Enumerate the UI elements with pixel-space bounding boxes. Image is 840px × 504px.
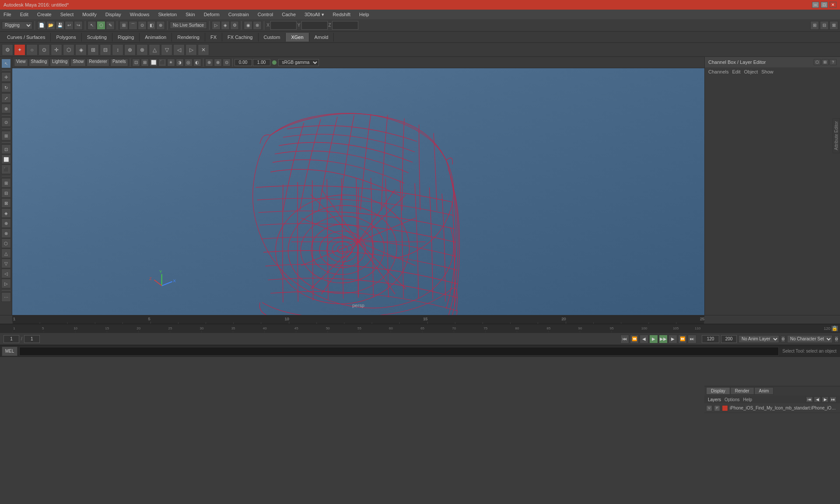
tab-fx[interactable]: FX (205, 33, 222, 42)
shelf-btn-11[interactable]: △ (149, 44, 160, 56)
panel-btn-1[interactable]: ⊞ (1, 178, 11, 188)
layers-sub-tab[interactable]: Layers (708, 397, 721, 402)
render-btn[interactable]: ▷ (212, 21, 220, 30)
anim-layer-settings-btn[interactable]: ⚙ (781, 336, 785, 343)
isolate-btn[interactable]: ⊗ (253, 21, 262, 30)
menu-skeleton[interactable]: Skeleton (156, 11, 178, 18)
vt-shadow-btn[interactable]: ◑ (176, 59, 184, 66)
select-tool-btn[interactable]: ↖ (1, 59, 11, 68)
last-tool-btn[interactable]: ⊕ (1, 104, 11, 113)
gamma-input[interactable] (253, 59, 270, 66)
misc-btn[interactable]: ⋯ (1, 292, 11, 302)
timeline-lock-btn[interactable]: 🔒 (831, 326, 838, 332)
layer-nav-start[interactable]: ⏮ (806, 396, 813, 402)
vt-lighting-menu[interactable]: Lighting (50, 59, 70, 66)
vt-panels-menu[interactable]: Panels (110, 59, 128, 66)
move-tool-btn[interactable]: ✛ (1, 72, 11, 82)
paint-button[interactable]: ✎ (106, 21, 115, 30)
select-button[interactable]: ↖ (88, 21, 96, 30)
snap-surface-button[interactable]: ◧ (147, 21, 156, 30)
menu-display[interactable]: Display (104, 11, 123, 18)
menu-modify[interactable]: Modify (80, 11, 98, 18)
display-mode-btn[interactable]: ⊡ (1, 144, 11, 154)
workspace-dropdown[interactable]: Rigging (2, 21, 32, 29)
panel-layout-btn2[interactable]: ⊟ (820, 21, 829, 30)
menu-redshift[interactable]: Redshift (331, 11, 352, 18)
shelf-btn-4[interactable]: ⬡ (63, 44, 74, 56)
cb-tab-show[interactable]: Show (761, 69, 774, 74)
panel-btn-3[interactable]: ⊠ (1, 198, 11, 208)
tab-curves-surfaces[interactable]: Curves / Surfaces (2, 33, 51, 42)
vt-hypergraph-btn[interactable]: ⊗ (214, 59, 222, 66)
save-scene-button[interactable]: 💾 (56, 21, 64, 30)
menu-3dtool[interactable]: 3DtoAll ▾ (303, 11, 326, 18)
timeline-track[interactable]: 1 5 10 15 20 25 30 35 40 45 50 55 60 65 … (12, 324, 704, 332)
transport-step-fwd-btn[interactable]: ▶ (668, 335, 677, 343)
vt-xray-btn[interactable]: ◎ (185, 59, 192, 66)
rotate-tool-btn[interactable]: ↻ (1, 83, 11, 92)
panel-btn-4[interactable]: ◈ (1, 208, 11, 218)
tab-polygons[interactable]: Polygons (51, 33, 81, 42)
magnet-button[interactable]: ⊕ (156, 21, 165, 30)
shelf-btn-5[interactable]: ◈ (75, 44, 87, 56)
panel-btn-9[interactable]: ▽ (1, 259, 11, 268)
tab-sculpting[interactable]: Sculpting (82, 33, 112, 42)
shelf-btn-14[interactable]: ▷ (186, 44, 197, 56)
vt-grid-btn[interactable]: ⊞ (141, 59, 149, 66)
transport-play-btn[interactable]: ▶ (649, 335, 658, 343)
panel-btn-8[interactable]: △ (1, 248, 11, 258)
layer-nav-prev[interactable]: ◀ (814, 396, 821, 402)
menu-create[interactable]: Create (35, 11, 53, 18)
vt-hud-btn[interactable]: ⊙ (223, 59, 231, 66)
tab-rendering[interactable]: Rendering (172, 33, 205, 42)
vt-show-menu[interactable]: Show (70, 59, 86, 66)
transport-end-btn[interactable]: ⏭ (688, 335, 696, 343)
transport-prev-key-btn[interactable]: ⏪ (630, 335, 639, 343)
tab-arnold[interactable]: Arnold (309, 33, 334, 42)
menu-windows[interactable]: Windows (128, 11, 151, 18)
gamma-select[interactable]: sRGB gamma (278, 59, 319, 66)
layer-tab-render[interactable]: Render (730, 387, 754, 395)
ipr-btn[interactable]: ◈ (221, 21, 230, 30)
y-field[interactable] (301, 21, 328, 30)
transport-play-fwd-btn[interactable]: ▶▶ (659, 335, 668, 343)
redo-button[interactable]: ↪ (74, 21, 83, 30)
cb-tab-edit[interactable]: Edit (732, 69, 740, 74)
wireframe-btn[interactable]: ⬜ (1, 154, 11, 164)
range-end-input[interactable] (721, 335, 737, 343)
cb-dock-btn[interactable]: ⊞ (822, 59, 829, 65)
no-live-surface-button[interactable]: No Live Surface (170, 21, 207, 29)
options-sub-tab[interactable]: Options (724, 397, 739, 402)
panel-btn-10[interactable]: ◁ (1, 269, 11, 278)
lasso-button[interactable]: ⬡ (97, 21, 105, 30)
scale-tool-btn[interactable]: ⤢ (1, 93, 11, 103)
vt-wire-btn[interactable]: ⬜ (150, 59, 158, 66)
shelf-btn-2[interactable]: ⊙ (38, 44, 50, 56)
vt-light-btn[interactable]: ☀ (167, 59, 175, 66)
layer-color-swatch[interactable] (722, 405, 728, 411)
minimize-button[interactable]: ─ (812, 2, 819, 8)
shelf-btn-6[interactable]: ⊞ (88, 44, 99, 56)
mel-tab-btn[interactable]: MEL (2, 346, 18, 356)
exposure-input[interactable] (234, 59, 252, 66)
menu-cache[interactable]: Cache (280, 11, 298, 18)
shelf-btn-3[interactable]: ✛ (51, 44, 62, 56)
panel-btn-2[interactable]: ⊟ (1, 188, 11, 198)
menu-edit[interactable]: Edit (18, 11, 30, 18)
tab-animation[interactable]: Animation (140, 33, 172, 42)
vt-renderer-menu[interactable]: Renderer (87, 59, 109, 66)
close-button[interactable]: ✕ (830, 2, 836, 8)
end-frame-input[interactable] (702, 335, 719, 343)
vt-cam-btn[interactable]: ⊡ (132, 59, 140, 66)
char-set-select[interactable]: No Character Set (787, 335, 833, 343)
transport-step-back-btn[interactable]: ◀ (640, 335, 648, 343)
shelf-btn-9[interactable]: ⊕ (124, 44, 136, 56)
help-sub-tab[interactable]: Help (743, 397, 752, 402)
shelf-btn-15[interactable]: ✕ (198, 44, 209, 56)
tab-fx-caching[interactable]: FX Caching (222, 33, 258, 42)
current-frame-input[interactable] (4, 335, 19, 343)
cb-tab-channels[interactable]: Channels (708, 69, 728, 74)
snap-point-button[interactable]: ⊙ (138, 21, 147, 30)
cb-float-btn[interactable]: ⬡ (814, 59, 821, 65)
menu-constrain[interactable]: Constrain (227, 11, 251, 18)
